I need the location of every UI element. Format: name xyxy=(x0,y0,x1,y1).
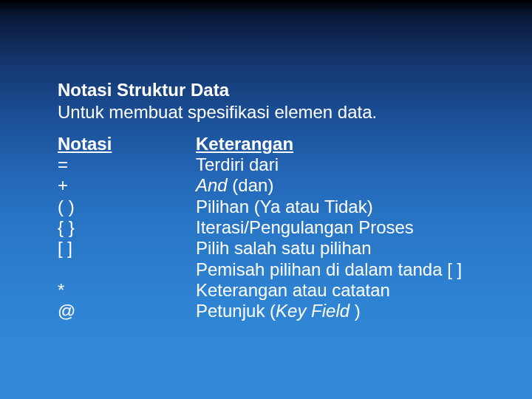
header-keterangan: Keterangan xyxy=(196,134,532,154)
keterangan-cell: Iterasi/Pengulangan Proses xyxy=(196,217,532,238)
notasi-cell: { } xyxy=(58,217,196,238)
slide-title: Notasi Struktur Data xyxy=(58,80,532,100)
keterangan-cell: And (dan) xyxy=(196,175,532,196)
keterangan-cell: Pemisah pilihan di dalam tanda [ ] xyxy=(196,259,532,280)
slide-subtitle: Untuk membuat spesifikasi elemen data. xyxy=(58,102,532,123)
table-row: Pemisah pilihan di dalam tanda [ ] xyxy=(58,259,532,280)
plain-text: ) xyxy=(349,301,361,321)
table-row: * Keterangan atau catatan xyxy=(58,280,532,301)
notasi-cell: + xyxy=(58,175,196,196)
notasi-cell: @ xyxy=(58,301,196,321)
notasi-cell: * xyxy=(58,280,196,301)
keterangan-cell: Terdiri dari xyxy=(196,154,532,175)
italic-text: And xyxy=(196,175,228,195)
italic-text: Key Field xyxy=(276,301,349,321)
plain-text: (dan) xyxy=(228,175,274,195)
header-notasi: Notasi xyxy=(58,134,196,154)
table-row: = Terdiri dari xyxy=(58,154,532,175)
table-row: [ ] Pilih salah satu pilihan xyxy=(58,238,532,259)
notasi-cell: = xyxy=(58,154,196,175)
notasi-cell: ( ) xyxy=(58,197,196,217)
slide-content: Notasi Struktur Data Untuk membuat spesi… xyxy=(0,0,532,321)
table-row: + And (dan) xyxy=(58,175,532,196)
keterangan-cell: Pilihan (Ya atau Tidak) xyxy=(196,197,532,217)
table-row: { } Iterasi/Pengulangan Proses xyxy=(58,217,532,238)
plain-text: Petunjuk ( xyxy=(196,301,276,321)
table-header-row: Notasi Keterangan xyxy=(58,134,532,154)
keterangan-cell: Keterangan atau catatan xyxy=(196,280,532,301)
notasi-cell xyxy=(58,259,196,280)
keterangan-cell: Pilih salah satu pilihan xyxy=(196,238,532,259)
table-row: ( ) Pilihan (Ya atau Tidak) xyxy=(58,197,532,217)
table-row: @ Petunjuk (Key Field ) xyxy=(58,301,532,321)
notasi-cell: [ ] xyxy=(58,238,196,259)
keterangan-cell: Petunjuk (Key Field ) xyxy=(196,301,532,321)
